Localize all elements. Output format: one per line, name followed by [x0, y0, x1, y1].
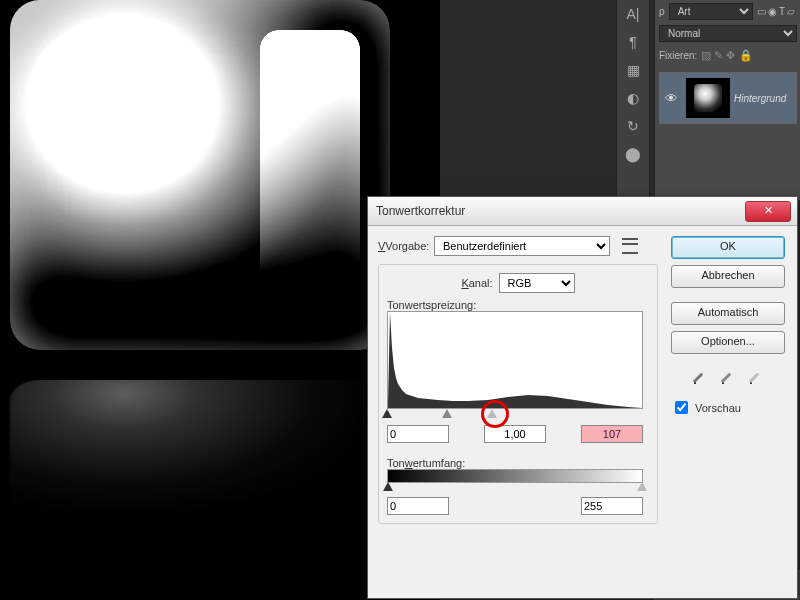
- channel-label: Kanal:: [461, 277, 492, 289]
- ice-cube-image: [10, 0, 390, 350]
- preview-checkbox[interactable]: Vorschau: [671, 398, 787, 417]
- history-icon[interactable]: ↻: [617, 112, 649, 140]
- filter-kind-select[interactable]: Art: [669, 3, 753, 20]
- kind-label: ρ: [659, 6, 665, 17]
- preset-menu-icon[interactable]: [622, 238, 638, 254]
- input-white-field[interactable]: [581, 425, 643, 443]
- visibility-icon[interactable]: 👁: [660, 91, 682, 106]
- cancel-button[interactable]: Abbrechen: [671, 265, 785, 288]
- output-white-field[interactable]: [581, 497, 643, 515]
- auto-button[interactable]: Automatisch: [671, 302, 785, 325]
- swatches-icon[interactable]: ▦: [617, 56, 649, 84]
- output-gradient[interactable]: [387, 469, 643, 483]
- lock-label: Fixieren:: [659, 50, 697, 61]
- channel-select[interactable]: RGB: [499, 273, 575, 293]
- input-levels-group: Kanal: RGB Tonwertspreizung:: [378, 264, 658, 524]
- levels-dialog: Tonwertkorrektur ✕ VVorgabe: Benutzerdef…: [367, 196, 798, 599]
- output-white-slider[interactable]: [637, 482, 647, 491]
- input-sliders[interactable]: [387, 409, 641, 421]
- output-black-slider[interactable]: [383, 482, 393, 491]
- white-eyedropper-icon[interactable]: [748, 368, 766, 386]
- dialog-titlebar[interactable]: Tonwertkorrektur ✕: [368, 197, 797, 226]
- preset-label: VVorgabe:: [378, 240, 428, 252]
- filter-icons: ▭◉T▱: [757, 6, 797, 17]
- lock-icons[interactable]: ▧ ✎ ✥ 🔒: [701, 49, 752, 62]
- type-icon[interactable]: A|: [617, 0, 649, 28]
- output-levels-label: Tonwertumfang:: [387, 457, 649, 469]
- close-button[interactable]: ✕: [745, 201, 791, 222]
- svg-marker-0: [388, 312, 642, 408]
- blend-mode-select[interactable]: Normal: [659, 25, 797, 42]
- ice-reflection: [10, 380, 390, 520]
- histogram: [387, 311, 643, 409]
- layer-name[interactable]: Hintergrund: [734, 93, 786, 104]
- output-black-field[interactable]: [387, 497, 449, 515]
- gray-eyedropper-icon[interactable]: [720, 368, 738, 386]
- white-point-slider[interactable]: [487, 409, 497, 418]
- preset-select[interactable]: Benutzerdefiniert: [434, 236, 610, 256]
- ok-button[interactable]: OK: [671, 236, 785, 259]
- paragraph-icon[interactable]: ¶: [617, 28, 649, 56]
- vertical-toolbar: A| ¶ ▦ ◐ ↻ ⬤: [616, 0, 650, 200]
- dialog-title: Tonwertkorrektur: [376, 204, 465, 218]
- input-black-field[interactable]: [387, 425, 449, 443]
- input-gamma-field[interactable]: [484, 425, 546, 443]
- dialog-side-buttons: OK Abbrechen Automatisch Optionen... Vor…: [671, 236, 787, 417]
- gamma-slider[interactable]: [442, 409, 452, 418]
- layer-thumbnail[interactable]: [686, 78, 730, 118]
- preview-checkbox-input[interactable]: [675, 401, 688, 414]
- adjustments-icon[interactable]: ◐: [617, 84, 649, 112]
- options-button[interactable]: Optionen...: [671, 331, 785, 354]
- black-eyedropper-icon[interactable]: [692, 368, 710, 386]
- color-icon[interactable]: ⬤: [617, 140, 649, 168]
- black-point-slider[interactable]: [382, 409, 392, 418]
- layers-panel: ρ Art ▭◉T▱ Normal Fixieren: ▧ ✎ ✥ 🔒 👁 Hi…: [654, 0, 800, 200]
- input-levels-label: Tonwertspreizung:: [387, 299, 649, 311]
- layer-row-background[interactable]: 👁 Hintergrund: [659, 72, 797, 124]
